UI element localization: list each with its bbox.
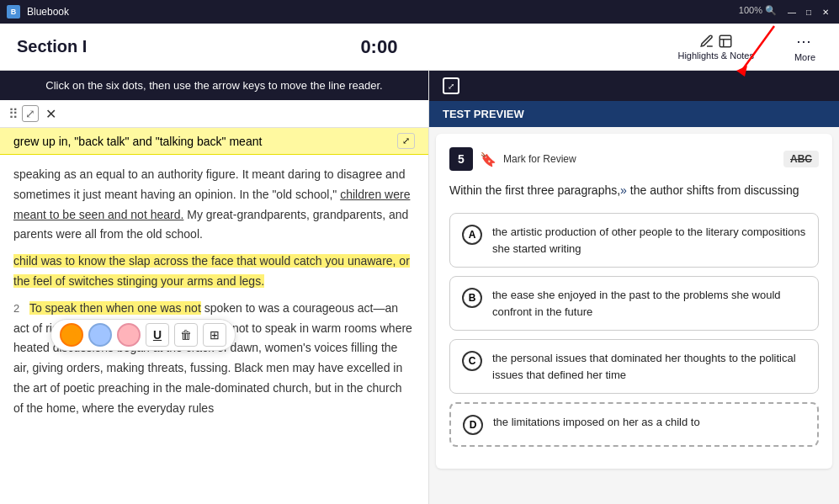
underlined-children: children were meant to be seen and not h… (13, 188, 410, 221)
choice-letter-c: C (462, 351, 482, 371)
app-name: Bluebook (27, 6, 69, 18)
mark-review-button[interactable]: Mark for Review (503, 153, 576, 165)
answer-choice-c[interactable]: C the personal issues that dominated her… (449, 339, 819, 394)
pink-highlight-button[interactable] (117, 323, 141, 347)
toolbar-left: ⠿ ⤢ ✕ (8, 105, 59, 122)
answer-choice-a[interactable]: A the artistic production of other peopl… (449, 213, 819, 268)
maximize-button[interactable]: □ (802, 5, 815, 19)
question-continuation: the author shifts from discussing (630, 183, 799, 197)
choice-text-c: the personal issues that dominated her t… (492, 350, 806, 383)
title-bar-left: B Bluebook (7, 5, 69, 19)
highlights-notes-button[interactable]: Highlights & Notes (671, 30, 761, 64)
header-right: Highlights & Notes ⋯ More (671, 29, 822, 66)
close-button[interactable]: ✕ (819, 5, 832, 19)
highlighted-child-text: child was to know the slap across the fa… (13, 254, 410, 288)
answer-choices: A the artistic production of other peopl… (449, 213, 819, 447)
underline-button[interactable]: U (146, 323, 169, 347)
orange-icon (66, 329, 77, 341)
paragraph-num-2: 2 (13, 302, 19, 315)
question-text: Within the first three paragraphs,» the … (449, 181, 819, 199)
current-line-text: grew up in, "back talk" and "talking bac… (13, 135, 262, 148)
svg-rect-0 (720, 35, 731, 47)
notes-icon (718, 34, 733, 49)
question-number-left: 5 🔖 Mark for Review (449, 147, 576, 171)
bookmark-icon[interactable]: 🔖 (480, 151, 496, 167)
question-content: 5 🔖 Mark for Review ABC Within the first… (436, 134, 832, 469)
abc-badge[interactable]: ABC (783, 151, 819, 167)
paragraph-2: child was to know the slap across the fa… (13, 252, 415, 292)
expand-icon[interactable]: ⤢ (22, 105, 39, 122)
title-bar: B Bluebook 100% 🔍 — □ ✕ (0, 0, 839, 24)
expand-question-icon[interactable]: ⤢ (443, 77, 459, 94)
blue-highlight-button[interactable] (88, 323, 112, 347)
timer-display: 0:00 (360, 36, 397, 58)
minimize-button[interactable]: — (785, 5, 799, 19)
choice-text-d: the limitations imposed on her as a chil… (493, 414, 700, 431)
current-reading-line: grew up in, "back talk" and "talking bac… (0, 128, 428, 155)
annotation-toolbar: U 🗑 ⊞ (50, 319, 236, 351)
choice-text-a: the artistic production of other people … (492, 224, 806, 257)
paragraph-1: speaking as an equal to an authority fig… (13, 165, 415, 245)
add-note-button[interactable]: ⊞ (203, 323, 226, 347)
right-arrows: » (620, 183, 627, 197)
line-reader-tooltip: Click on the six dots, then use the arro… (0, 71, 428, 100)
answer-choice-d[interactable]: D the limitations imposed on her as a ch… (449, 402, 819, 447)
choice-letter-d: D (463, 415, 483, 435)
highlights-notes-label: Highlights & Notes (677, 50, 754, 61)
right-panel: ⤢ TEST PREVIEW 5 🔖 Mark for Review ABC W… (429, 71, 839, 504)
question-number-row: 5 🔖 Mark for Review ABC (449, 147, 819, 171)
test-preview-label: TEST PREVIEW (443, 108, 524, 120)
answer-choice-b[interactable]: B the ease she enjoyed in the past to th… (449, 276, 819, 331)
app-logo: B (7, 5, 20, 19)
left-panel: Click on the six dots, then use the arro… (0, 71, 429, 504)
orange-highlight-button[interactable] (60, 323, 83, 347)
question-header-bar: ⤢ (429, 71, 839, 101)
more-button[interactable]: ⋯ More (788, 29, 822, 66)
pencil-icon (699, 34, 714, 49)
choice-text-b: the ease she enjoyed in the past to the … (492, 287, 806, 320)
highlights-notes-icons (699, 34, 733, 49)
test-preview-bar: TEST PREVIEW (429, 101, 839, 127)
six-dots-icon[interactable]: ⠿ (8, 106, 19, 122)
delete-highlight-button[interactable]: 🗑 (174, 323, 198, 347)
question-number-box: 5 (449, 147, 473, 171)
more-dots-icon: ⋯ (796, 32, 813, 50)
zoom-level: 100% 🔍 (739, 5, 777, 19)
main-header: Section I 0:00 Highlights & Notes ⋯ (0, 24, 839, 71)
close-icon[interactable]: ✕ (42, 105, 59, 122)
svg-point-5 (67, 331, 75, 338)
choice-letter-b: B (462, 288, 482, 308)
line-reader-resize[interactable]: ⤢ (397, 133, 415, 149)
line-reader-tooltip-text: Click on the six dots, then use the arro… (45, 79, 382, 92)
section-title: Section I (17, 37, 87, 56)
reading-content: speaking as an equal to an authority fig… (0, 155, 428, 504)
highlighted-speak-text: To speak then when one was not (29, 301, 201, 315)
more-label: More (794, 52, 815, 62)
window-controls: 100% 🔍 — □ ✕ (739, 5, 832, 19)
content-area: Click on the six dots, then use the arro… (0, 71, 839, 504)
reading-toolbar: ⠿ ⤢ ✕ (0, 100, 428, 128)
question-text-start: Within the first three paragraphs, (449, 183, 620, 197)
paragraph-3: 2 To speak then when one was not spoken … (13, 299, 415, 419)
choice-letter-a: A (462, 225, 482, 245)
